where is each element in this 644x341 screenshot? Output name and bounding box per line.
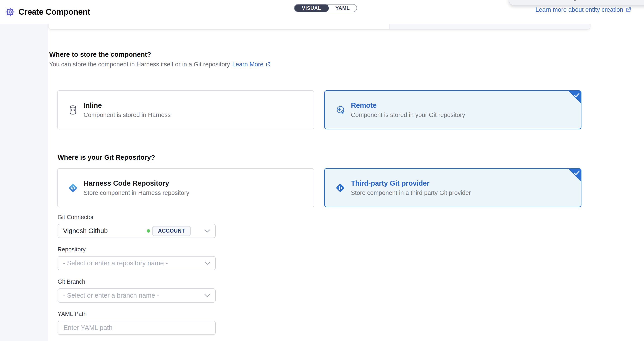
git-provider-icon bbox=[335, 183, 346, 193]
cutoff-dialog bbox=[509, 0, 644, 6]
git-connector-label: Git Connector bbox=[58, 214, 216, 221]
scrolled-card-side-panel bbox=[389, 24, 590, 30]
option-title: Harness Code Repository bbox=[84, 179, 189, 188]
option-card-harness-code[interactable]: Harness Code Repository Store component … bbox=[57, 168, 314, 207]
option-title: Remote bbox=[351, 102, 465, 110]
git-connector-select[interactable]: Vignesh Github ACCOUNT bbox=[58, 224, 216, 238]
git-options-row: Harness Code Repository Store component … bbox=[57, 168, 582, 207]
option-title: Third-party Git provider bbox=[351, 179, 471, 188]
git-branch-group: Git Branch - Select or enter a branch na… bbox=[58, 278, 216, 302]
page-title: Create Component bbox=[18, 7, 90, 17]
repository-group: Repository - Select or enter a repositor… bbox=[58, 246, 216, 270]
git-connector-group: Git Connector Vignesh Github ACCOUNT bbox=[58, 214, 216, 238]
repository-select[interactable]: - Select or enter a repository name - bbox=[58, 256, 216, 270]
visual-yaml-toggle: VISUAL YAML bbox=[294, 4, 357, 12]
external-link-icon bbox=[265, 62, 271, 67]
option-card-third-party-git[interactable]: Third-party Git provider Store component… bbox=[324, 168, 582, 207]
repository-placeholder: - Select or enter a repository name - bbox=[63, 260, 204, 267]
dialog-icon-fragment bbox=[574, 0, 576, 1]
section-divider bbox=[60, 145, 579, 145]
store-section-subtitle-text: You can store the component in Harness i… bbox=[49, 61, 230, 68]
git-section-heading: Where is your Git Repository? bbox=[58, 154, 155, 161]
git-branch-placeholder: - Select or enter a branch name - bbox=[63, 292, 204, 299]
selected-checkmark bbox=[568, 91, 581, 104]
entity-creation-help-label: Learn more about entity creation bbox=[536, 6, 623, 13]
git-branch-select[interactable]: - Select or enter a branch name - bbox=[58, 288, 216, 302]
repository-label: Repository bbox=[58, 246, 216, 253]
yaml-path-input[interactable] bbox=[58, 321, 216, 335]
store-section-heading: Where to store the component? bbox=[49, 50, 151, 58]
external-link-icon bbox=[626, 7, 631, 13]
yaml-path-label: YAML Path bbox=[58, 310, 216, 318]
git-details-form: Git Connector Vignesh Github ACCOUNT Rep… bbox=[58, 214, 216, 341]
store-options-row: Inline Component is stored in Harness Re… bbox=[57, 90, 582, 130]
chevron-down-icon bbox=[204, 294, 210, 298]
tab-visual[interactable]: VISUAL bbox=[294, 4, 329, 12]
option-description: Component is stored in your Git reposito… bbox=[351, 112, 465, 118]
chevron-down-icon bbox=[204, 262, 210, 265]
git-branch-label: Git Branch bbox=[58, 278, 216, 285]
option-card-remote[interactable]: Remote Component is stored in your Git r… bbox=[324, 90, 582, 130]
option-description: Component is stored in Harness bbox=[84, 112, 171, 118]
scope-badge: ACCOUNT bbox=[152, 226, 191, 236]
left-gutter bbox=[0, 24, 48, 341]
create-component-page: Create Component VISUAL YAML Learn more … bbox=[0, 0, 644, 341]
store-section-subtitle: You can store the component in Harness i… bbox=[49, 61, 271, 68]
tab-yaml[interactable]: YAML bbox=[328, 4, 356, 12]
option-description: Store component in a third party Git pro… bbox=[351, 190, 471, 196]
harness-code-icon bbox=[68, 183, 78, 193]
git-connector-value: Vignesh Github bbox=[63, 227, 147, 235]
database-code-icon bbox=[68, 105, 78, 115]
header-title-group: Create Component bbox=[6, 0, 90, 24]
connector-status-dot bbox=[147, 229, 150, 232]
scrolled-card-bottom bbox=[48, 24, 590, 30]
option-description: Store component in Harness repository bbox=[84, 190, 189, 196]
selected-checkmark bbox=[568, 169, 581, 181]
option-title: Inline bbox=[84, 102, 171, 110]
learn-more-link[interactable]: Learn More bbox=[232, 61, 270, 68]
option-card-inline[interactable]: Inline Component is stored in Harness bbox=[57, 90, 314, 130]
settings-gear-icon bbox=[6, 7, 15, 17]
yaml-path-group: YAML Path bbox=[58, 310, 216, 335]
remote-git-icon bbox=[335, 105, 346, 115]
entity-creation-help-link[interactable]: Learn more about entity creation bbox=[536, 6, 631, 13]
chevron-down-icon bbox=[204, 229, 210, 233]
